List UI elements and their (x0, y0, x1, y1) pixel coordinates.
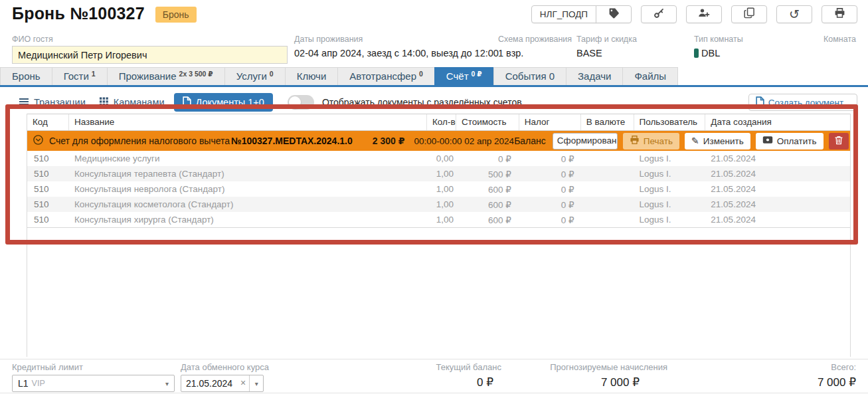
button-label: Изменить (703, 136, 744, 146)
chevron-down-icon: ▾ (165, 380, 169, 387)
subtab-pockets[interactable]: Карманами (92, 94, 171, 111)
column-header-qty[interactable]: Кол-во (427, 114, 456, 130)
tariff-field: Тариф и скидка BASE (576, 35, 637, 58)
copy-icon (744, 7, 755, 21)
stay-dates-label: Даты проживания (294, 35, 499, 44)
current-balance-value: 0 ₽ (425, 375, 501, 389)
toolbar: НЛГ_ПОДП ↺ (531, 5, 857, 23)
document-status-select[interactable]: Сформирован (553, 133, 618, 150)
print-document-button[interactable]: Печать (623, 133, 679, 150)
guest-name-label: ФИО гостя (12, 35, 288, 44)
keys-button[interactable] (641, 5, 677, 23)
page-title: Бронь №100327 (12, 4, 145, 23)
document-icon (183, 96, 191, 108)
cell-qty: 1,00 (427, 184, 456, 194)
copy-button[interactable] (731, 5, 767, 23)
guest-name-input[interactable] (12, 46, 288, 64)
tab-services[interactable]: Услуги0 (224, 67, 286, 85)
add-guest-button[interactable] (686, 5, 722, 23)
table-row[interactable]: 510 Медицинские услуги 0,00 0 ₽ 0 ₽ Logu… (27, 151, 850, 166)
tab-accommodation[interactable]: Проживание2x 3 500 ₽ (107, 67, 225, 85)
print-icon (834, 7, 845, 21)
table-row[interactable]: 510 Консультация хирурга (Стандарт) 1,00… (27, 212, 850, 227)
create-document-button[interactable]: Создать документ... (748, 94, 857, 111)
status-badge: Бронь (155, 7, 197, 23)
key-icon (653, 7, 665, 21)
tab-tasks[interactable]: Задачи (566, 67, 623, 85)
footer-divider (0, 359, 868, 359)
subtab-transactions[interactable]: Транзакции (12, 94, 92, 111)
history-button[interactable]: ↺ (776, 5, 812, 23)
tab-autotransfer[interactable]: Автотрансфер0 (337, 67, 435, 85)
tab-invoice[interactable]: Счёт0 ₽ (434, 67, 494, 85)
split-invoices-toggle-label: Отображать документы с разделённых счето… (322, 97, 522, 108)
column-header-code[interactable]: Код (27, 114, 69, 130)
date-value: 21.05.2024 (181, 375, 237, 391)
tab-label: Автотрансфер (349, 70, 416, 82)
tariff-label: Тариф и скидка (576, 35, 637, 44)
signature-button-group: НЛГ_ПОДП (531, 5, 632, 23)
cell-cost: 600 ₽ (456, 184, 519, 195)
subtab-label: Карманами (114, 97, 165, 108)
current-balance-field: Текущий баланс 0 ₽ (425, 362, 501, 389)
chevron-down-icon[interactable]: ▾ (250, 375, 263, 391)
header: Бронь №100327 Бронь (12, 4, 197, 23)
button-label: Оплатить (777, 136, 817, 146)
column-header-currency[interactable]: В валюте (581, 114, 634, 130)
column-header-user[interactable]: Пользователь (634, 114, 706, 130)
cell-cost: 600 ₽ (456, 199, 519, 210)
forecast-charges-value: 7 000 ₽ (541, 375, 667, 389)
credit-limit-field: Кредитный лимит L1 VIP ▾ (12, 362, 175, 392)
signature-button[interactable]: НЛГ_ПОДП (531, 5, 596, 23)
edit-document-button[interactable]: ✎ Изменить (685, 133, 750, 150)
document-row[interactable]: Счет для оформления налогового вычета №1… (27, 131, 850, 151)
print-button[interactable] (822, 5, 857, 23)
cell-name: Консультация хирурга (Стандарт) (69, 215, 427, 225)
pay-document-button[interactable]: Оплатить (756, 133, 824, 150)
print-icon (630, 135, 640, 147)
tab-guests[interactable]: Гости1 (52, 67, 108, 85)
column-header-name[interactable]: Название (69, 114, 427, 130)
room-type-field: Тип комнаты DBL (694, 35, 743, 58)
add-guest-icon (698, 7, 710, 21)
main-tabs: Бронь Гости1 Проживание2x 3 500 ₽ Услуги… (0, 67, 868, 87)
document-controls: Баланс Сформирован Печать ✎ Изменить Опл… (514, 133, 848, 150)
cell-created: 21.05.2024 (705, 169, 850, 179)
cell-user: Logus I. (634, 215, 706, 225)
room-type-color-chip (694, 49, 699, 58)
table-row[interactable]: 510 Консультация невролога (Стандарт) 1,… (27, 181, 850, 197)
tab-files[interactable]: Файлы (622, 67, 678, 85)
column-header-tax[interactable]: Налог (519, 114, 581, 130)
cell-name: Консультация невролога (Стандарт) (69, 184, 427, 194)
document-number: №100327.MEDTAX.2024.1.0 (231, 136, 353, 146)
tab-booking[interactable]: Бронь (0, 67, 52, 85)
tab-label: Задачи (578, 70, 611, 82)
cell-tax: 0 ₽ (519, 199, 581, 210)
split-invoices-toggle[interactable] (288, 95, 314, 110)
clear-icon[interactable]: × (237, 375, 249, 391)
column-header-created[interactable]: Дата создания (705, 114, 850, 130)
subtab-label: Транзакции (34, 97, 86, 108)
cell-tax: 0 ₽ (519, 153, 581, 164)
table-row[interactable]: 510 Консультация косметолога (Стандарт) … (27, 197, 850, 212)
delete-document-button[interactable] (829, 133, 849, 150)
cell-created: 21.05.2024 (705, 199, 850, 209)
tab-label: Услуги (236, 70, 267, 82)
cell-tax: 0 ₽ (519, 184, 581, 195)
document-period: 00:00-00:00 02 апр 2024 (414, 136, 514, 146)
exchange-rate-date-label: Дата обменного курса (181, 362, 269, 372)
tab-keys[interactable]: Ключи (285, 67, 339, 85)
cell-code: 510 (27, 153, 69, 163)
tab-events[interactable]: События 0 (493, 67, 566, 85)
table-header: Код Название Кол-во Стоимость Налог В ва… (27, 114, 850, 131)
grid-icon (99, 97, 109, 108)
table-row[interactable]: 510 Консультация терапевта (Стандарт) 1,… (27, 166, 850, 181)
tags-button[interactable] (596, 5, 632, 23)
cell-name: Консультация косметолога (Стандарт) (69, 199, 427, 209)
credit-limit-select[interactable]: L1 VIP ▾ (12, 375, 175, 392)
subtab-documents[interactable]: Документы 1+0 (174, 93, 273, 112)
collapse-circle-icon[interactable] (33, 134, 44, 148)
exchange-rate-date-input[interactable]: 21.05.2024 × ▾ (181, 375, 264, 392)
document-icon (756, 96, 764, 108)
column-header-cost[interactable]: Стоимость (456, 114, 519, 130)
